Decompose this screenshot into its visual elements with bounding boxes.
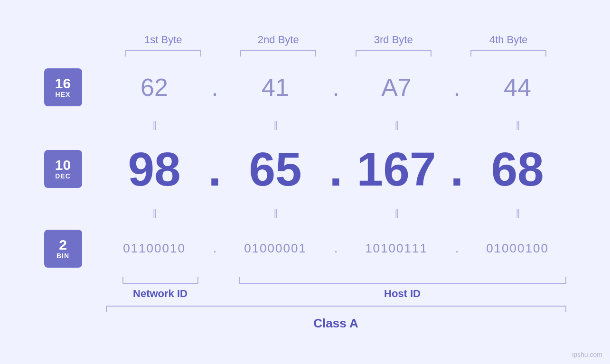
bin-dot-2: . xyxy=(324,241,348,256)
dec-base-name: DEC xyxy=(55,172,71,180)
bin-val-4: 01000100 xyxy=(469,241,566,256)
bin-dot-1: . xyxy=(203,241,227,256)
sep-2-3: || xyxy=(348,207,445,218)
dec-val-3: 167 xyxy=(348,142,445,196)
main-container: 1st Byte 2nd Byte 3rd Byte 4th Byte xyxy=(44,34,566,331)
sep-1-4: || xyxy=(469,120,566,131)
dec-val-2: 65 xyxy=(227,142,324,196)
hex-dot-1: . xyxy=(203,73,227,102)
class-label: Class A xyxy=(106,316,566,331)
dec-dot-1: . xyxy=(203,142,227,196)
bottom-brackets-row xyxy=(44,277,566,284)
bin-val-2: 01000001 xyxy=(227,241,324,256)
class-bracket-row xyxy=(44,306,566,312)
network-id-label: Network ID xyxy=(106,288,215,300)
sep-1-2: || xyxy=(227,120,324,131)
sep-2-1: || xyxy=(106,207,203,218)
byte-headers-row: 1st Byte 2nd Byte 3rd Byte 4th Byte xyxy=(44,34,566,50)
hex-badge: 16 HEX xyxy=(44,68,82,106)
bin-val-1: 01100010 xyxy=(106,241,203,256)
bracket-top-1 xyxy=(106,50,221,56)
hex-dot-2: . xyxy=(324,73,348,102)
dec-dot-3: . xyxy=(445,142,469,196)
sep-1-3: || xyxy=(348,120,445,131)
dec-dot-2: . xyxy=(324,142,348,196)
bin-row: 2 BIN 01100010 . 01000001 . 10100111 xyxy=(44,220,566,277)
host-id-label: Host ID xyxy=(239,288,566,300)
hex-row: 16 HEX 62 . 41 . A7 xyxy=(44,56,566,118)
bracket-bottom-host xyxy=(239,277,566,284)
bin-val-3: 10100111 xyxy=(348,241,445,256)
dec-row: 10 DEC 98 . 65 . 167 xyxy=(44,132,566,206)
sep-1-1: || xyxy=(106,120,203,131)
id-labels-row: Network ID Host ID xyxy=(44,284,566,300)
hex-val-3: A7 xyxy=(348,73,445,102)
top-brackets-row xyxy=(44,50,566,56)
hex-val-1: 62 xyxy=(106,73,203,102)
dec-val-1: 98 xyxy=(106,142,203,196)
sep-2-2: || xyxy=(227,207,324,218)
sep-2-4: || xyxy=(469,207,566,218)
bracket-top-3 xyxy=(336,50,451,56)
bin-base-num: 2 xyxy=(59,238,67,252)
byte3-header: 3rd Byte xyxy=(336,34,451,46)
byte4-header: 4th Byte xyxy=(451,34,566,46)
byte1-header: 1st Byte xyxy=(106,34,221,46)
hex-dot-3: . xyxy=(445,73,469,102)
bin-badge: 2 BIN xyxy=(44,230,82,268)
bin-dot-3: . xyxy=(445,241,469,256)
dec-val-4: 68 xyxy=(469,142,566,196)
bracket-top-2 xyxy=(221,50,336,56)
hex-val-4: 44 xyxy=(469,73,566,102)
hex-base-name: HEX xyxy=(56,91,71,98)
bracket-bottom-1 xyxy=(106,277,215,284)
hex-val-2: 41 xyxy=(227,73,324,102)
bin-base-name: BIN xyxy=(56,252,69,260)
hex-base-num: 16 xyxy=(55,76,71,91)
sep-row-1: || || || || xyxy=(44,118,566,132)
class-label-row: Class A xyxy=(44,316,566,331)
dec-badge: 10 DEC xyxy=(44,150,82,188)
bracket-top-4 xyxy=(451,50,566,56)
dec-base-num: 10 xyxy=(55,158,71,172)
sep-row-2: || || || || xyxy=(44,206,566,220)
watermark: ipshu.com xyxy=(572,351,602,358)
byte2-header: 2nd Byte xyxy=(221,34,336,46)
